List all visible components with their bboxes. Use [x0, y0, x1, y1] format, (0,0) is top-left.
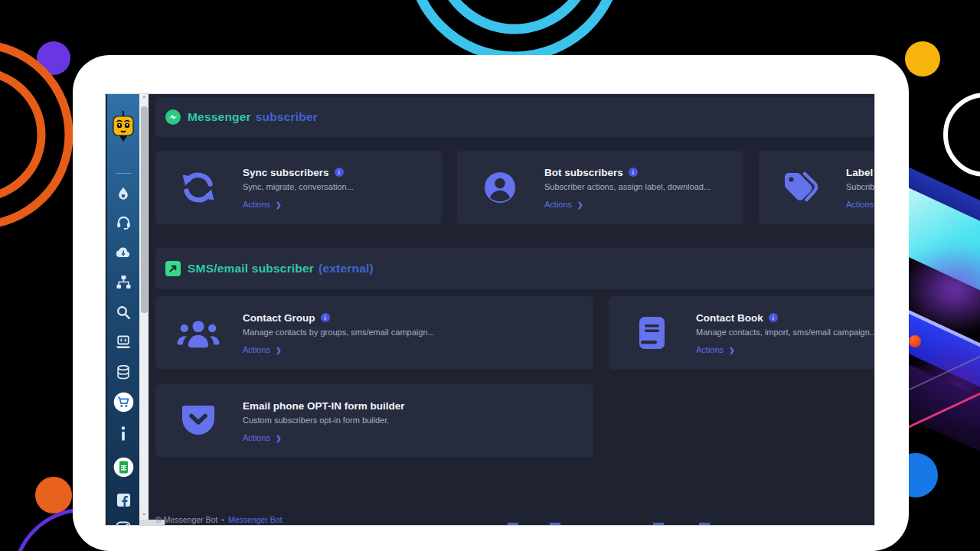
card-description: Subcriber... [846, 182, 874, 191]
pocket-icon [177, 403, 220, 439]
card-row: Contact GroupiManage contacts by groups,… [155, 296, 874, 370]
chevron-right-icon: ❯ [276, 201, 282, 209]
section-title-secondary: subscriber [256, 110, 318, 123]
card-title: Sync subscribers [243, 167, 329, 178]
user-circle-icon [479, 169, 521, 206]
chevron-right-icon: ❯ [276, 347, 282, 354]
sitemap-icon[interactable] [107, 272, 139, 292]
actions-link[interactable]: Actions❯ [243, 433, 405, 442]
section-title-secondary: (external) [318, 262, 374, 275]
actions-label: Actions [544, 200, 572, 209]
info-icon[interactable]: i [321, 313, 330, 322]
book-icon [630, 315, 673, 351]
messenger-bot-logo[interactable] [112, 111, 135, 145]
scroll-up-icon[interactable]: ⌃ [139, 94, 149, 105]
cart-icon[interactable] [107, 392, 139, 412]
actions-link[interactable]: Actions❯ [846, 200, 874, 209]
art-red-dot [909, 335, 921, 347]
app-window: ⌃ ⌄ MessengersubscriberSync subscribersi… [106, 94, 874, 525]
chevron-right-icon: ❯ [276, 435, 282, 442]
footer-link[interactable]: Messenger Bot [228, 515, 283, 524]
cyan-ring-inner [438, 0, 591, 29]
card-description: Custom subscribers opt-in form builder. [243, 416, 405, 425]
orange-ring-inner [0, 72, 41, 197]
sync-icon [177, 169, 220, 206]
instagram-icon[interactable] [107, 519, 139, 525]
card-title: Contact Group [243, 312, 315, 324]
section-title-primary: Messenger [188, 110, 251, 123]
sheets-icon[interactable] [107, 457, 139, 477]
actions-link[interactable]: Actions❯ [243, 200, 354, 209]
orange-circle-bottom [35, 477, 72, 514]
clipped-element [508, 523, 518, 525]
search-icon[interactable] [107, 302, 139, 322]
section-header: Messengersubscriber [155, 97, 874, 137]
chevron-right-icon: ❯ [729, 347, 735, 354]
card-title: Email phone OPT-IN form builder [243, 400, 405, 412]
flame-icon[interactable] [107, 184, 139, 204]
headset-icon[interactable] [107, 212, 139, 232]
actions-link[interactable]: Actions❯ [696, 345, 874, 354]
copyright-text: © Messenger Bot [155, 515, 217, 524]
card-email-phone-opt-in-form-builder[interactable]: Email phone OPT-IN form builderCustom su… [155, 384, 593, 458]
actions-label: Actions [243, 345, 270, 354]
card-contact-book[interactable]: Contact BookiManage contacts, import, sm… [609, 296, 874, 370]
actions-label: Actions [243, 200, 270, 209]
users-icon [177, 316, 220, 350]
actions-link[interactable]: Actions❯ [243, 345, 435, 354]
section-title-primary: SMS/email subscriber [188, 262, 314, 275]
card-row: Sync subscribersiSync, migrate, conversa… [155, 151, 874, 224]
actions-label: Actions [243, 433, 270, 442]
info-icon[interactable] [107, 423, 139, 443]
chevron-right-icon: ❯ [577, 201, 583, 209]
footer-bullet: • [221, 515, 224, 524]
sidebar [107, 94, 139, 525]
card-title: Label [846, 167, 873, 178]
actions-label: Actions [696, 345, 724, 354]
clipped-element [550, 523, 560, 525]
card-description: Manage contacts, import, sms/email campa… [696, 328, 874, 337]
info-icon[interactable]: i [769, 313, 778, 322]
messenger-icon [165, 109, 181, 125]
clipped-element [699, 523, 710, 525]
facebook-icon[interactable] [107, 490, 139, 510]
external-link-icon [165, 261, 181, 276]
card-description: Manage contacts by groups, sms/email cam… [243, 328, 435, 337]
scroll-down-icon[interactable]: ⌄ [139, 508, 149, 519]
card-sync-subscribers[interactable]: Sync subscribersiSync, migrate, conversa… [155, 151, 442, 224]
laptop-code-icon[interactable] [107, 332, 139, 352]
card-contact-group[interactable]: Contact GroupiManage contacts by groups,… [155, 296, 593, 370]
card-title: Contact Book [696, 312, 763, 324]
card-title: Bot subscribers [544, 167, 623, 178]
card-description: Subscriber actions, assign label, downlo… [544, 182, 710, 191]
section-header: SMS/email subscriber(external) [155, 248, 874, 289]
scrollbar-thumb[interactable] [141, 106, 148, 313]
card-description: Sync, migrate, conversation... [243, 182, 354, 191]
main-content: MessengersubscriberSync subscribersiSync… [155, 94, 874, 524]
neon-art [909, 107, 980, 505]
sidebar-divider [116, 173, 131, 174]
card-label[interactable]: LabelSubcriber...Actions❯ [759, 151, 874, 224]
card-row: Email phone OPT-IN form builderCustom su… [155, 384, 874, 458]
coins-icon[interactable] [107, 362, 139, 382]
cloud-download-icon[interactable] [107, 243, 139, 262]
actions-label: Actions [846, 200, 874, 209]
tags-icon [780, 169, 823, 206]
actions-link[interactable]: Actions❯ [544, 200, 710, 209]
card-bot-subscribers[interactable]: Bot subscribersiSubscriber actions, assi… [457, 151, 743, 224]
info-icon[interactable]: i [335, 168, 344, 177]
info-icon[interactable]: i [629, 168, 638, 177]
yellow-circle [905, 41, 940, 77]
vertical-scrollbar[interactable]: ⌃ ⌄ [139, 94, 149, 525]
clipped-element [653, 523, 664, 525]
